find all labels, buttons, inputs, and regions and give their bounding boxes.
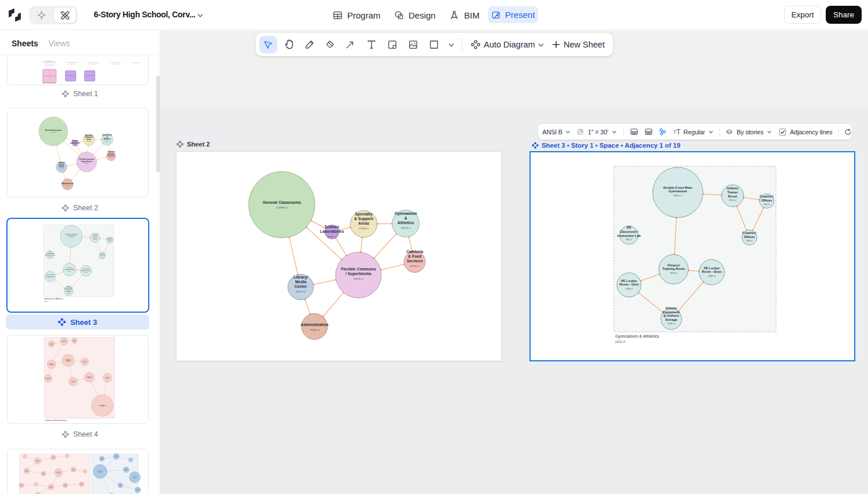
svg-text:Fitness/: Fitness/ <box>667 264 680 267</box>
svg-text:PE Locker: PE Locker <box>621 279 637 283</box>
svg-text:42055 sf: 42055 sf <box>109 157 113 158</box>
svg-text:Offices: Offices <box>744 235 755 239</box>
svg-text:&: & <box>404 216 407 220</box>
svg-text:Room - Boys: Room - Boys <box>702 270 722 273</box>
svg-text:1124 sf: 1124 sf <box>93 239 97 240</box>
svg-text:16687 sf: 16687 sf <box>327 235 337 238</box>
svg-text:Coaches': Coaches' <box>760 195 774 198</box>
svg-text:464 sf: 464 sf <box>101 257 104 258</box>
svg-text:Gymnasium: Gymnasium <box>668 189 687 193</box>
svg-text:& Support: & Support <box>354 217 374 221</box>
svg-text:24126 sf: 24126 sf <box>296 290 306 293</box>
svg-text:& Uniform: & Uniform <box>663 314 679 317</box>
svg-text:34914 sf: 34914 sf <box>674 194 683 197</box>
svg-text:108839 sf: 108839 sf <box>51 131 56 133</box>
svg-text:Athletic: Athletic <box>665 306 678 310</box>
svg-text:28224 sf: 28224 sf <box>105 141 110 142</box>
svg-text:Instruction Lab: Instruction Lab <box>617 234 641 237</box>
svg-text:& Food: & Food <box>408 254 421 258</box>
svg-text:/ Superblocks: / Superblocks <box>345 272 372 276</box>
svg-text:83225 sf: 83225 sf <box>84 163 89 164</box>
svg-text:Trainer: Trainer <box>727 191 738 194</box>
svg-text:22211 sf: 22211 sf <box>615 341 626 343</box>
svg-text:932 sf: 932 sf <box>49 256 52 257</box>
svg-text:1124 sf: 1124 sf <box>729 199 737 202</box>
svg-text:22211 sf: 22211 sf <box>44 301 49 302</box>
svg-text:Gymnasium & Athletics: Gymnasium & Athletics <box>44 298 63 300</box>
svg-text:83225 sf: 83225 sf <box>354 277 364 280</box>
svg-text:Gymnasium & Athletics: Gymnasium & Athletics <box>615 334 659 339</box>
svg-text:Main Kitchen: Main Kitchen <box>98 405 106 406</box>
svg-text:Room - Girls: Room - Girls <box>619 283 639 286</box>
svg-text:/ Superblocks: / Superblocks <box>89 63 98 65</box>
svg-text:Commons: Commons <box>65 360 72 361</box>
svg-text:Double-Court Main: Double-Court Main <box>663 186 693 189</box>
svg-text:Cafeteria & Food Services: Cafeteria & Food Services <box>45 419 67 422</box>
svg-text:Media: Media <box>295 280 306 284</box>
svg-text:Cafeteria: Cafeteria <box>406 250 423 254</box>
svg-text:Center: Center <box>134 63 138 65</box>
svg-text:PE: PE <box>627 226 631 229</box>
svg-text:Storage: Storage <box>665 318 678 321</box>
svg-text:2813 sf: 2813 sf <box>670 272 678 275</box>
svg-text:27559 sf: 27559 sf <box>87 141 91 142</box>
svg-text:Flexible Commons: Flexible Commons <box>341 267 376 271</box>
svg-text:PE Locker: PE Locker <box>704 266 720 270</box>
svg-text:1345 sf: 1345 sf <box>67 292 71 294</box>
svg-text:24126 sf: 24126 sf <box>60 168 64 169</box>
svg-text:/ Superblocks: / Superblocks <box>67 63 76 65</box>
svg-text:Specialty: Specialty <box>355 212 373 217</box>
svg-text:Headcount: Headcount <box>46 60 53 62</box>
svg-text:42055 sf: 42055 sf <box>410 265 420 268</box>
svg-text:1345 sf: 1345 sf <box>668 322 676 325</box>
svg-text:464 sf: 464 sf <box>764 203 771 206</box>
svg-text:/ Superblocks: / Superblocks <box>45 65 54 67</box>
svg-text:/ Superblocks: / Superblocks <box>111 63 120 65</box>
svg-text:108839 sf: 108839 sf <box>276 206 288 209</box>
svg-text:Laboratories: Laboratories <box>320 229 344 233</box>
svg-text:464 sf: 464 sf <box>746 239 753 242</box>
svg-text:1686 sf: 1686 sf <box>49 277 52 278</box>
svg-text:27559 sf: 27559 sf <box>359 227 369 230</box>
svg-text:Offices: Offices <box>762 199 773 202</box>
svg-text:Athletic: Athletic <box>727 186 739 190</box>
svg-text:General Classrooms: General Classrooms <box>263 200 301 204</box>
svg-text:Training Room: Training Room <box>662 267 685 270</box>
svg-text:932 sf: 932 sf <box>626 238 633 241</box>
svg-text:28224 sf: 28224 sf <box>401 226 411 229</box>
svg-text:Services: Services <box>407 259 423 263</box>
svg-text:Athletics: Athletics <box>398 221 414 225</box>
svg-text:Science: Science <box>325 225 340 229</box>
svg-text:Library/: Library/ <box>293 275 308 280</box>
svg-text:1686 sf: 1686 sf <box>626 287 634 290</box>
svg-text:Classroom /: Classroom / <box>620 230 638 233</box>
svg-text:Room: Room <box>728 195 737 198</box>
svg-text:Administration: Administration <box>301 323 329 327</box>
svg-text:Gymnasium: Gymnasium <box>395 211 417 216</box>
svg-text:Music Hall: Music Hall <box>86 376 93 378</box>
svg-text:Dining &: Dining & <box>65 358 71 360</box>
svg-text:16687 sf: 16687 sf <box>73 144 78 145</box>
svg-text:1686 sf: 1686 sf <box>84 272 88 273</box>
svg-text:Equipment: Equipment <box>663 310 680 314</box>
svg-text:Servery: Servery <box>49 364 54 365</box>
svg-text:Center: Center <box>295 284 307 288</box>
svg-text:34914 sf: 34914 sf <box>69 237 73 238</box>
svg-text:2813 sf: 2813 sf <box>68 270 71 272</box>
svg-text:1686 sf: 1686 sf <box>708 275 716 277</box>
svg-text:Areas: Areas <box>358 221 369 225</box>
svg-text:20460 sf: 20460 sf <box>65 185 70 186</box>
svg-text:Coaches': Coaches' <box>742 231 757 235</box>
svg-text:20460 sf: 20460 sf <box>310 328 320 331</box>
svg-text:464 sf: 464 sf <box>108 240 111 241</box>
